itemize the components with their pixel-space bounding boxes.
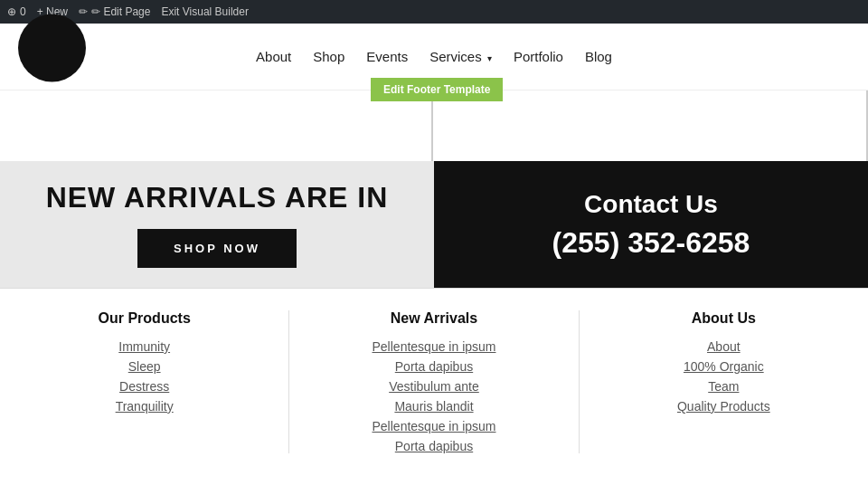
footer-col-new-arrivals-title: New Arrivals	[391, 310, 477, 327]
footer-link-about[interactable]: About	[707, 339, 741, 354]
nav-shop[interactable]: Shop	[313, 49, 344, 64]
chevron-down-icon: ▾	[487, 53, 492, 63]
footer-link-sleep[interactable]: Sleep	[128, 359, 161, 374]
footer-columns: Our Products Immunity Sleep Destress Tra…	[0, 288, 868, 471]
footer-col-about-us-title: About Us	[692, 310, 756, 327]
nav-portfolio[interactable]: Portfolio	[514, 49, 563, 64]
banner-left: NEW ARRIVALS ARE IN SHOP NOW	[0, 161, 434, 288]
nav-about[interactable]: About	[256, 49, 291, 64]
contact-title: Contact Us	[584, 190, 718, 219]
footer-link-pellentesque-2[interactable]: Pellentesque in ipsum	[373, 419, 496, 433]
site-logo	[18, 27, 90, 86]
footer-link-pellentesque-1[interactable]: Pellentesque in ipsum	[373, 339, 496, 354]
white-section: Edit Footer Template	[0, 90, 868, 161]
banner-section: NEW ARRIVALS ARE IN SHOP NOW Contact Us …	[0, 161, 868, 288]
footer-link-team[interactable]: Team	[708, 379, 739, 394]
logo-circle	[18, 14, 86, 81]
footer-link-destress[interactable]: Destress	[119, 379, 169, 394]
footer-col-our-products: Our Products Immunity Sleep Destress Tra…	[0, 310, 289, 453]
pencil-icon: ✏	[79, 5, 88, 18]
admin-edit-page-button[interactable]: ✏ ✏ Edit Page	[79, 5, 150, 18]
footer-col-our-products-title: Our Products	[99, 310, 191, 327]
footer-link-organic[interactable]: 100% Organic	[684, 359, 764, 374]
nav-services[interactable]: Services ▾	[429, 49, 492, 64]
edit-footer-template-button[interactable]: Edit Footer Template	[371, 78, 503, 101]
admin-wp-icon[interactable]: ⊕ 0	[7, 5, 26, 18]
banner-right: Contact Us (255) 352-6258	[434, 161, 868, 288]
wp-icon: ⊕	[7, 5, 16, 18]
footer-link-porta-2[interactable]: Porta dapibus	[395, 439, 473, 453]
footer-link-porta-1[interactable]: Porta dapibus	[395, 359, 473, 374]
footer-col-about-us: About Us About 100% Organic Team Quality…	[580, 310, 868, 453]
footer-link-vestibulum[interactable]: Vestibulum ante	[389, 379, 479, 394]
admin-exit-builder-button[interactable]: Exit Visual Builder	[161, 5, 249, 18]
shop-now-button[interactable]: SHOP NOW	[137, 229, 297, 268]
footer-link-quality-products[interactable]: Quality Products	[677, 399, 770, 414]
admin-bar: ⊕ 0 + New ✏ ✏ Edit Page Exit Visual Buil…	[0, 0, 868, 24]
footer-link-tranquility[interactable]: Tranquility	[116, 399, 174, 414]
footer-col-new-arrivals: New Arrivals Pellentesque in ipsum Porta…	[289, 310, 579, 453]
admin-comment-count: 0	[20, 5, 26, 18]
nav-events[interactable]: Events	[366, 49, 408, 64]
primary-nav: About Shop Events Services ▾ Portfolio B…	[256, 49, 612, 64]
nav-blog[interactable]: Blog	[585, 49, 612, 64]
contact-phone: (255) 352-6258	[552, 226, 750, 260]
white-section-inner	[0, 90, 433, 161]
banner-title: NEW ARRIVALS ARE IN	[46, 181, 389, 214]
footer-link-immunity[interactable]: Immunity	[118, 339, 170, 354]
footer-link-mauris[interactable]: Mauris blandit	[394, 399, 473, 414]
